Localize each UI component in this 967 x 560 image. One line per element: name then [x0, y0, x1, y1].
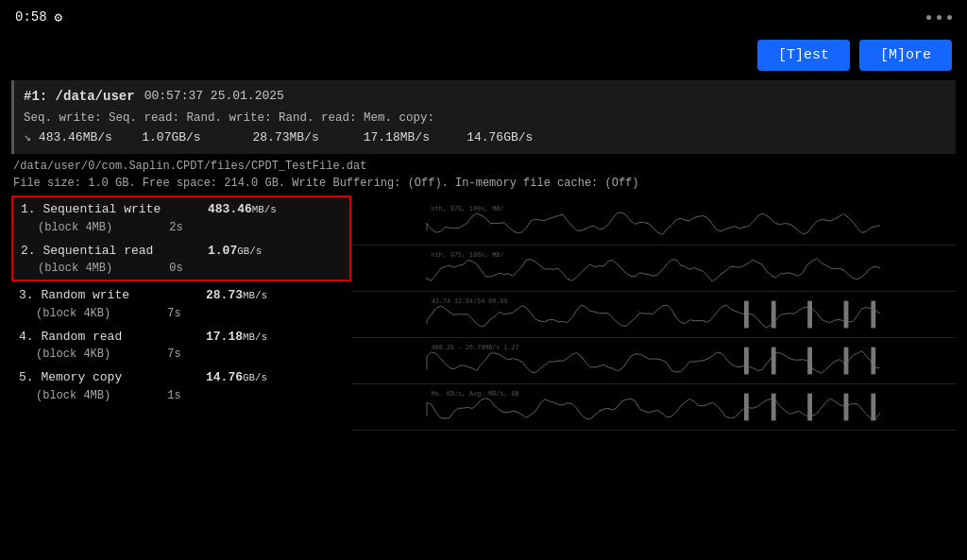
dot-1 [926, 15, 931, 20]
gear-icon: ⚙ [55, 9, 62, 25]
result-sub: (block 4MB)2s [21, 219, 342, 236]
svg-text:nth, 975, 100x, MB/: nth, 975, 100x, MB/ [432, 251, 504, 259]
info-hash: #1: /data/user [24, 86, 135, 107]
result-item: 1. Sequential write483.46MB/s(block 4MB)… [13, 197, 349, 239]
rand-write-value: 28.73MB/s [252, 128, 318, 148]
svg-rect-18 [871, 394, 875, 421]
svg-rect-11 [844, 348, 849, 375]
svg-rect-4 [807, 301, 812, 329]
result-item: 2. Sequential read1.07GB/s(block 4MB)0s [13, 239, 349, 280]
result-name: 4. Random read [19, 328, 198, 347]
time-display: 0:58 [15, 9, 47, 25]
result-value: 28.73MB/s [206, 286, 267, 305]
result-name: 3. Random write [19, 286, 198, 305]
result-sub-label: (block 4KB) [36, 305, 110, 322]
svg-rect-16 [807, 394, 812, 421]
svg-rect-3 [772, 301, 776, 329]
result-name: 1. Sequential write [21, 200, 200, 219]
mem-copy-value: 14.76GB/s [467, 128, 533, 148]
result-sub-value: 1s [167, 387, 180, 404]
result-sub-value: 7s [167, 346, 180, 363]
result-sub-value: 0s [169, 260, 182, 277]
result-value: 17.18MB/s [206, 328, 267, 347]
result-sub: (block 4KB)7s [19, 346, 344, 363]
svg-rect-6 [871, 301, 875, 329]
more-button[interactable]: [M]ore [859, 40, 952, 71]
result-item: 5. Memory copy14.76GB/s(block 4MB)1s [11, 365, 351, 407]
dot-3 [947, 15, 952, 20]
svg-rect-9 [772, 348, 776, 375]
result-sub-label: (block 4KB) [36, 346, 110, 363]
chart-row: nth, 975, 100x, MB/ [351, 246, 956, 292]
result-value: 14.76GB/s [206, 368, 267, 387]
seq-write-value: 483.46MB/s [39, 128, 112, 148]
status-left: 0:58 ⚙ [15, 9, 62, 25]
result-name: 5. Memory copy [19, 368, 198, 387]
info-block: #1: /data/user 00:57:37 25.01.2025 Seq. … [11, 80, 956, 154]
result-name: 2. Sequential read [21, 242, 200, 261]
result-value: 1.07GB/s [208, 242, 262, 261]
info-timestamp: 00:57:37 25.01.2025 [144, 87, 284, 107]
status-bar: 0:58 ⚙ [0, 0, 967, 34]
result-value: 483.46MB/s [208, 200, 277, 219]
svg-rect-15 [772, 394, 776, 421]
result-item: 3. Random write28.73MB/s(block 4KB)7s [11, 283, 351, 325]
file-info: /data/user/0/com.Saplin.CPDT/files/CPDT_… [0, 154, 967, 194]
svg-text:400.25 - 26.70MB/s 1.27: 400.25 - 26.70MB/s 1.27 [432, 344, 519, 351]
result-sub: (block 4KB)7s [19, 305, 344, 322]
result-item: 4. Random read17.18MB/s(block 4KB)7s [11, 325, 351, 366]
svg-text:Mo. KB/s, Avg. MB/s, GB: Mo. KB/s, Avg. MB/s, GB [432, 390, 519, 398]
svg-rect-5 [844, 301, 849, 329]
seq-read-value: 1.07GB/s [142, 128, 200, 148]
info-labels: Seq. write: Seq. read: Rand. write: Rand… [24, 109, 946, 127]
result-sub: (block 4MB)1s [19, 387, 344, 404]
chart-row: 400.25 - 26.70MB/s 1.27 [351, 338, 956, 384]
charts-area: nth, 975, 100x, MB/nth, 975, 100x, MB/43… [351, 195, 956, 434]
main-content: #1: /data/user 00:57:37 25.01.2025 Seq. … [0, 76, 967, 434]
svg-text:43.74 12.04/54 60.98: 43.74 12.04/54 60.98 [432, 297, 508, 305]
svg-rect-8 [744, 348, 749, 375]
svg-rect-2 [744, 301, 749, 329]
results-container: 1. Sequential write483.46MB/s(block 4MB)… [11, 195, 956, 434]
rand-read-value: 17.18MB/s [364, 128, 430, 148]
dot-2 [937, 15, 942, 20]
result-sub-value: 2s [169, 219, 182, 236]
results-list: 1. Sequential write483.46MB/s(block 4MB)… [11, 195, 351, 434]
test-button[interactable]: [T]est [757, 40, 850, 71]
chart-row: Mo. KB/s, Avg. MB/s, GB [351, 384, 956, 431]
file-details: File size: 1.0 GB. Free space: 214.0 GB.… [13, 175, 954, 192]
result-sub-value: 7s [167, 305, 180, 322]
info-values: ↘ 483.46MB/s 1.07GB/s 28.73MB/s 17.18MB/… [24, 128, 946, 148]
action-buttons: [T]est [M]ore [0, 34, 967, 76]
highlighted-results-group: 1. Sequential write483.46MB/s(block 4MB)… [11, 195, 351, 281]
result-sub-label: (block 4MB) [38, 219, 112, 236]
result-sub-label: (block 4MB) [36, 387, 110, 404]
chart-row: 43.74 12.04/54 60.98 [351, 292, 956, 338]
arrow-indicator: ↘ [24, 128, 31, 148]
svg-rect-17 [844, 394, 849, 421]
result-sub-label: (block 4MB) [38, 260, 112, 277]
chart-row: nth, 975, 100x, MB/ [351, 199, 956, 246]
svg-text:nth, 975, 100x, MB/: nth, 975, 100x, MB/ [432, 205, 504, 212]
svg-rect-12 [871, 348, 875, 375]
info-header-row: #1: /data/user 00:57:37 25.01.2025 [24, 86, 946, 107]
status-right [926, 15, 952, 20]
result-sub: (block 4MB)0s [21, 260, 342, 277]
svg-rect-10 [807, 348, 812, 375]
svg-rect-14 [744, 394, 749, 421]
file-path: /data/user/0/com.Saplin.CPDT/files/CPDT_… [13, 158, 954, 175]
